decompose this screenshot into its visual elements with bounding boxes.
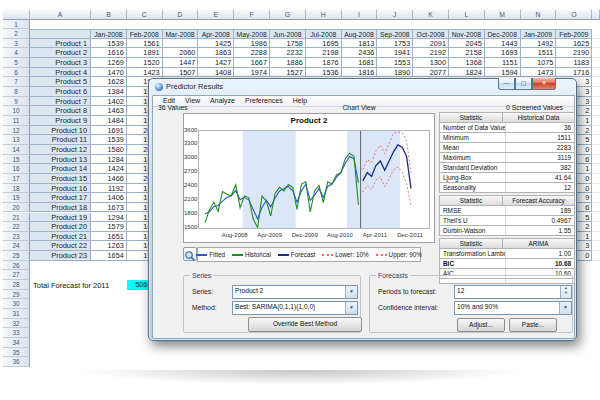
row-number-32[interactable]: 32: [3, 319, 30, 329]
data-cell[interactable]: 2077: [413, 68, 449, 78]
data-cell[interactable]: 1447: [163, 58, 199, 68]
row-number-28[interactable]: 28: [3, 280, 30, 290]
product-name-cell[interactable]: Product 3: [30, 58, 91, 68]
data-cell[interactable]: 1695: [306, 39, 342, 49]
product-name-cell[interactable]: Product 20: [30, 222, 91, 232]
data-cell[interactable]: 1284: [91, 155, 127, 165]
column-header-O[interactable]: O: [556, 10, 592, 20]
adjust-button[interactable]: Adjust...: [457, 318, 505, 332]
row-number-13[interactable]: 13: [3, 135, 30, 145]
column-header-J[interactable]: J: [377, 10, 413, 20]
row-number-1[interactable]: 1: [3, 20, 30, 30]
data-cell[interactable]: 2192: [413, 48, 449, 58]
periods-to-forecast-input[interactable]: 12 ▲▼: [454, 285, 572, 299]
data-cell[interactable]: 1654: [91, 251, 127, 261]
row-number-36[interactable]: 36: [3, 357, 30, 367]
data-cell[interactable]: 1424: [91, 164, 127, 174]
row-number-6[interactable]: 6: [3, 68, 30, 78]
spinner-arrows-icon[interactable]: ▲▼: [560, 286, 571, 298]
data-cell[interactable]: 1470: [91, 68, 127, 78]
product-name-cell[interactable]: Product 19: [30, 213, 91, 223]
series-dropdown[interactable]: Product 2 ▼: [232, 285, 358, 299]
data-cell[interactable]: 1691: [91, 126, 127, 136]
data-cell[interactable]: 1463: [91, 106, 127, 116]
month-header-cell[interactable]: Jul-2008: [306, 29, 342, 39]
data-cell[interactable]: 1863: [198, 48, 234, 58]
data-cell[interactable]: 1269: [91, 58, 127, 68]
data-cell[interactable]: 1520: [127, 58, 163, 68]
product-name-cell[interactable]: Product 21: [30, 232, 91, 242]
row-number-26[interactable]: 26: [3, 261, 30, 271]
product-name-cell[interactable]: Product 4: [30, 68, 91, 78]
data-cell[interactable]: 2198: [306, 48, 342, 58]
data-cell[interactable]: [163, 39, 199, 49]
data-cell[interactable]: 1408: [198, 68, 234, 78]
data-cell[interactable]: 1425: [198, 39, 234, 49]
data-cell[interactable]: 1427: [198, 58, 234, 68]
column-header-B[interactable]: B: [91, 10, 127, 20]
paste-button[interactable]: Paste...: [509, 318, 557, 332]
cell-A2[interactable]: [30, 29, 91, 39]
product-name-cell[interactable]: Product 10: [30, 126, 91, 136]
row-number-33[interactable]: 33: [3, 328, 30, 338]
product-name-cell[interactable]: Product 12: [30, 145, 91, 155]
data-cell[interactable]: 1075: [521, 58, 557, 68]
data-cell[interactable]: 1681: [342, 58, 378, 68]
data-cell[interactable]: 1716: [556, 68, 592, 78]
product-name-cell[interactable]: Product 18: [30, 203, 91, 213]
data-cell[interactable]: 1511: [521, 48, 557, 58]
data-cell[interactable]: 1986: [234, 39, 270, 49]
data-cell[interactable]: 1443: [485, 39, 521, 49]
product-name-cell[interactable]: Product 17: [30, 193, 91, 203]
column-header-M[interactable]: M: [485, 10, 521, 20]
product-name-cell[interactable]: Product 14: [30, 164, 91, 174]
product-name-cell[interactable]: Product 2: [30, 48, 91, 58]
row-number-20[interactable]: 20: [3, 203, 30, 213]
month-header-cell[interactable]: Sep-2008: [377, 29, 413, 39]
month-header-cell[interactable]: Mar-2008: [163, 29, 199, 39]
data-cell[interactable]: 1553: [377, 58, 413, 68]
row-number-24[interactable]: 24: [3, 241, 30, 251]
data-cell[interactable]: 1423: [127, 68, 163, 78]
data-cell[interactable]: 1300: [413, 58, 449, 68]
data-cell[interactable]: 1539: [91, 39, 127, 49]
product-name-cell[interactable]: Product 11: [30, 135, 91, 145]
data-cell[interactable]: 1974: [234, 68, 270, 78]
month-header-cell[interactable]: Jan-2008: [91, 29, 127, 39]
column-header-L[interactable]: L: [449, 10, 485, 20]
month-header-cell[interactable]: Oct-2008: [413, 29, 449, 39]
minimize-button[interactable]: —: [498, 78, 515, 90]
row-number-19[interactable]: 19: [3, 193, 30, 203]
data-cell[interactable]: 1891: [127, 48, 163, 58]
column-header-A[interactable]: A: [30, 10, 91, 20]
row-number-16[interactable]: 16: [3, 164, 30, 174]
product-name-cell[interactable]: Product 6: [30, 87, 91, 97]
product-name-cell[interactable]: Product 8: [30, 106, 91, 116]
data-cell[interactable]: 2060: [163, 48, 199, 58]
data-cell[interactable]: 1580: [91, 145, 127, 155]
row-number-34[interactable]: 34: [3, 338, 30, 348]
product-name-cell[interactable]: Product 5: [30, 77, 91, 87]
row-number-25[interactable]: 25: [3, 251, 30, 261]
close-button[interactable]: ✕: [532, 78, 556, 90]
data-cell[interactable]: 1886: [270, 58, 306, 68]
data-cell[interactable]: 1667: [234, 58, 270, 68]
select-all-corner[interactable]: [3, 10, 30, 20]
data-cell[interactable]: 1473: [521, 68, 557, 78]
column-header-E[interactable]: E: [198, 10, 234, 20]
data-cell[interactable]: 1536: [306, 68, 342, 78]
row-number-4[interactable]: 4: [3, 48, 30, 58]
data-cell[interactable]: 1758: [270, 39, 306, 49]
row-number-11[interactable]: 11: [3, 116, 30, 126]
column-header-N[interactable]: N: [521, 10, 557, 20]
data-cell[interactable]: 1484: [91, 116, 127, 126]
row-number-9[interactable]: 9: [3, 97, 30, 107]
product-name-cell[interactable]: Product 15: [30, 174, 91, 184]
data-cell[interactable]: 1294: [91, 213, 127, 223]
data-cell[interactable]: 1625: [556, 39, 592, 49]
data-cell[interactable]: 1693: [485, 48, 521, 58]
row-number-2[interactable]: 2: [3, 29, 30, 39]
product-name-cell[interactable]: Product 9: [30, 116, 91, 126]
data-cell[interactable]: 2158: [449, 48, 485, 58]
data-cell[interactable]: 1192: [91, 184, 127, 194]
